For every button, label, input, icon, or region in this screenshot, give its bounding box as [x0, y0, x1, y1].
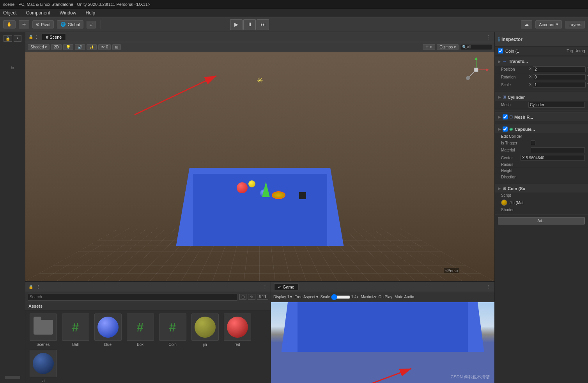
meshrenderer-title: Mesh R... [514, 115, 533, 119]
center-x-input[interactable] [521, 155, 585, 161]
menu-window[interactable]: Window [58, 9, 78, 16]
asset-item-zi[interactable]: zi [28, 350, 58, 383]
mesh-value[interactable] [528, 102, 585, 108]
left-panel: 🔒 ⋮ ht [0, 32, 25, 383]
shading-dropdown[interactable]: Shaded ▾ [28, 44, 50, 50]
gizmos-button[interactable]: Gizmos ▾ [437, 44, 459, 50]
assets-search-input[interactable] [28, 294, 238, 301]
menu-object[interactable]: Object [2, 9, 18, 16]
assets-filter-button[interactable]: ⊡ [239, 294, 246, 300]
script-icon-ball: # [72, 320, 79, 335]
material-input[interactable] [531, 147, 585, 153]
move-tool-button[interactable]: ✛ [19, 20, 29, 29]
position-x-input[interactable] [533, 66, 586, 72]
scene-viewport[interactable]: ✳ <Persp [25, 52, 494, 281]
lock-button[interactable]: 🔒 [4, 35, 12, 42]
collab-button[interactable]: ☁ [521, 20, 532, 29]
asset-item-red[interactable]: red [223, 314, 252, 347]
dots-button[interactable]: ⋮ [14, 35, 21, 42]
capsule-title: Capsule... [515, 127, 535, 132]
inspector-icon: ℹ [498, 36, 500, 43]
asset-icon-blue [94, 314, 122, 341]
coin-script-chevron-icon: ▶ [498, 186, 501, 191]
2d-button[interactable]: 2D [51, 44, 62, 50]
asset-item-coin[interactable]: # Coin [158, 314, 187, 347]
coin-script-header[interactable]: ▶ ⊞ Coin (Sc [495, 184, 588, 192]
meshrenderer-header[interactable]: ▶ ⊡ Mesh R... [495, 112, 588, 121]
assets-more-button[interactable]: ⋮ [262, 284, 267, 290]
account-button[interactable]: Account ▾ [535, 20, 562, 29]
scene-dots-icon[interactable]: ⋮ [35, 35, 39, 39]
aspect-selector[interactable]: Free Aspect ▾ [294, 295, 318, 299]
menu-help[interactable]: Help [84, 9, 97, 16]
assets-dots-icon[interactable]: ⋮ [36, 285, 40, 289]
cylinder-header[interactable]: ▶ ⊞ Cylinder [495, 93, 588, 101]
center-area: 🔒 ⋮ # Scene ⋮ Shaded ▾ 2D 💡 🔊 ✨ [25, 32, 494, 383]
svg-point-5 [466, 76, 470, 80]
game-viewport[interactable]: CSDN @我也不清楚 [271, 302, 494, 383]
menu-component[interactable]: Component [25, 9, 52, 16]
add-component-button[interactable]: Ad... [498, 217, 585, 224]
yellow-ball-object [248, 180, 255, 187]
asset-item-jin[interactable]: jin [190, 314, 220, 347]
meshrenderer-toggle[interactable] [503, 114, 508, 119]
asset-item-ball[interactable]: # Ball [61, 314, 90, 347]
pivot-button[interactable]: ⊙ Pivot [32, 20, 54, 29]
layers-button[interactable]: Layers [565, 21, 585, 29]
asset-label-jin: jin [203, 342, 207, 347]
rot-x-axis: X [528, 74, 532, 80]
menubar: Object Component Window Help [0, 9, 588, 17]
grid-scene-button[interactable]: ⊞ [112, 44, 121, 50]
asset-icon-ball: # [62, 314, 89, 341]
asset-item-box[interactable]: # Box [126, 314, 155, 347]
aspect-dropdown-icon: ▾ [316, 295, 318, 299]
pivot-icon: ⊙ [36, 22, 39, 27]
script-label: Script [501, 193, 521, 198]
game-tab[interactable]: ∞ Game [274, 283, 299, 290]
inspector-header: ℹ Inspector [495, 32, 588, 47]
obj-active-toggle[interactable] [498, 48, 503, 53]
tools-button[interactable]: ✛ ✦ [423, 44, 436, 50]
capsule-header[interactable]: ▶ ◉ Capsule... [495, 125, 588, 133]
rotation-x-input[interactable] [533, 74, 586, 80]
scale-x-input[interactable] [533, 82, 586, 88]
scene-lock-icon[interactable]: 🔒 [28, 35, 33, 39]
sphere-blue-icon [97, 317, 119, 338]
scale-slider[interactable] [331, 294, 351, 300]
script-icon-coin: # [169, 320, 176, 335]
transform-header[interactable]: ▶ ↔ Transfo... [495, 57, 588, 66]
play-button[interactable]: ▶ [230, 19, 243, 30]
effects-button[interactable]: ✨ [87, 44, 97, 50]
game-toolbar: Display 1 ▾ Free Aspect ▾ Scale 1.4x Max… [271, 292, 494, 302]
is-trigger-checkbox[interactable] [531, 141, 535, 145]
display-selector[interactable]: Display 1 ▾ [273, 295, 292, 299]
scale-control[interactable]: Scale 1.4x [321, 294, 359, 300]
assets-star-button[interactable]: ☆ [248, 294, 255, 300]
game-more-button[interactable]: ⋮ [486, 284, 491, 290]
lighting-button[interactable]: 💡 [63, 44, 73, 50]
scene-more-button[interactable]: ⋮ [486, 34, 491, 40]
asset-icon-jin [191, 314, 219, 341]
mute-toggle[interactable]: Mute Audio [395, 295, 414, 299]
asset-item-blue[interactable]: blue [93, 314, 122, 347]
scene-panel: 🔒 ⋮ # Scene ⋮ Shaded ▾ 2D 💡 🔊 ✨ [25, 32, 494, 281]
edit-collider-row[interactable]: Edit Collider [495, 133, 588, 140]
scale-label: Scale [501, 83, 528, 87]
maximize-toggle[interactable]: Maximize On Play [361, 295, 392, 299]
assets-badge-button[interactable]: # 11 [257, 294, 268, 300]
scene-search-input[interactable] [467, 45, 490, 49]
rot-y-axis: Y [586, 74, 588, 80]
pause-button[interactable]: ⏸ [243, 19, 256, 30]
hand-tool-button[interactable]: ✋ [3, 20, 16, 29]
rotation-values: X Y Z [528, 74, 588, 80]
transform-chevron-icon: ▶ [498, 59, 501, 64]
global-button[interactable]: 🌐 Global [57, 20, 83, 29]
hidden-button[interactable]: 👁 0 [98, 44, 111, 50]
audio-button[interactable]: 🔊 [75, 44, 85, 50]
assets-lock-icon[interactable]: 🔒 [28, 285, 33, 289]
capsule-toggle[interactable] [503, 126, 508, 132]
scene-tab[interactable]: # Scene [42, 34, 66, 40]
grid-button[interactable]: # [87, 21, 96, 29]
asset-item-scenes[interactable]: Scenes [28, 314, 58, 347]
step-button[interactable]: ⏭ [257, 19, 269, 30]
